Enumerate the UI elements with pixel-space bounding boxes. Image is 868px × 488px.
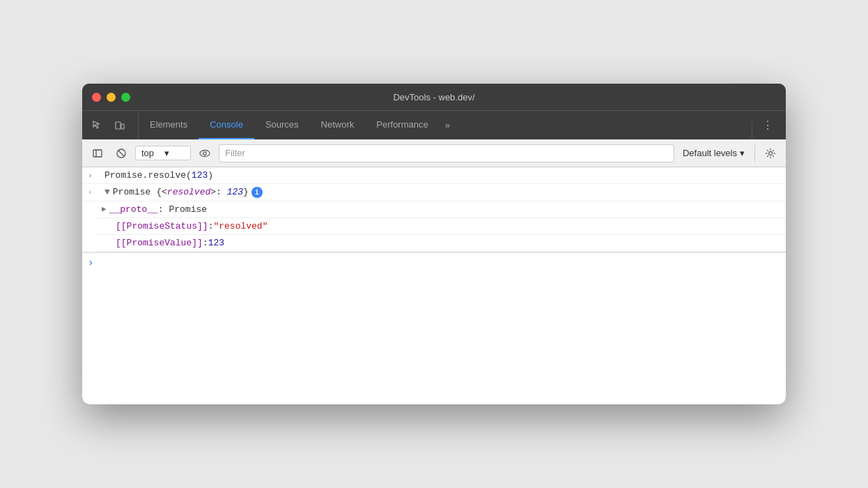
svg-point-6	[200, 150, 210, 156]
console-line-value: [[PromiseValue]] : 123	[96, 235, 786, 252]
maximize-button[interactable]	[121, 93, 130, 102]
console-toolbar: top ▾ Default levels ▾	[82, 139, 786, 167]
console-area: › Promise.resolve(123) ‹ ▼ Promise {<res…	[82, 167, 786, 404]
tab-network[interactable]: Network	[310, 111, 366, 139]
status-colon: :	[208, 221, 214, 231]
value-colon: :	[203, 238, 208, 248]
promise-label: Promise {<resolved>: 123}	[113, 187, 249, 197]
value-key: [[PromiseValue]]	[116, 238, 203, 248]
console-line-input: › Promise.resolve(123)	[82, 167, 786, 184]
context-selector[interactable]: top ▾	[135, 146, 191, 160]
devtools-menu-button[interactable]: ⋮	[755, 111, 780, 139]
console-repl-input[interactable]	[99, 258, 780, 268]
proto-expand-caret[interactable]: ▶	[102, 204, 107, 213]
svg-rect-0	[116, 122, 121, 129]
tab-divider	[752, 122, 752, 139]
collapse-toggle[interactable]: ▼	[104, 187, 110, 197]
context-value: top	[141, 148, 162, 158]
live-expressions-button[interactable]	[195, 144, 215, 163]
svg-rect-2	[93, 150, 102, 157]
levels-arrow: ▾	[740, 148, 745, 158]
inspect-icon[interactable]	[88, 116, 107, 135]
sidebar-toggle-button[interactable]	[88, 144, 107, 163]
prompt-caret: ›	[88, 257, 93, 268]
tab-elements[interactable]: Elements	[139, 111, 199, 139]
titlebar: DevTools - web.dev/	[82, 84, 786, 110]
console-input-line[interactable]: ›	[82, 252, 786, 273]
device-toggle-icon[interactable]	[110, 116, 130, 135]
tab-sources[interactable]: Sources	[254, 111, 310, 139]
clear-console-button[interactable]	[111, 144, 131, 163]
proto-colon: : Promise	[158, 204, 207, 215]
console-input-text: Promise.resolve(123)	[104, 170, 213, 181]
svg-line-5	[118, 151, 124, 156]
minimize-button[interactable]	[107, 93, 116, 102]
close-button[interactable]	[92, 93, 101, 102]
filter-input[interactable]	[219, 144, 674, 162]
tabbar: Elements Console Sources Network Perform…	[82, 110, 786, 139]
tab-performance[interactable]: Performance	[365, 111, 439, 139]
levels-label: Default levels	[683, 148, 737, 158]
tabs: Elements Console Sources Network Perform…	[139, 111, 749, 139]
context-arrow: ▾	[164, 148, 185, 158]
value-number: 123	[208, 238, 224, 248]
window-controls	[92, 93, 130, 102]
status-value: "resolved"	[213, 221, 268, 231]
status-key: [[PromiseStatus]]	[116, 221, 208, 231]
input-caret: ›	[88, 171, 99, 180]
svg-point-7	[203, 151, 206, 154]
toolbar-icons	[88, 111, 139, 139]
log-levels-button[interactable]: Default levels ▾	[679, 145, 749, 161]
window-title: DevTools - web.dev/	[393, 92, 474, 102]
tab-console[interactable]: Console	[199, 111, 254, 139]
console-line-proto: ▶ __proto__ : Promise	[96, 201, 786, 218]
output-caret: ‹	[88, 188, 99, 197]
console-line-promise: ‹ ▼ Promise {<resolved>: 123} i	[82, 184, 786, 201]
svg-point-8	[769, 151, 773, 155]
console-settings-button[interactable]	[761, 144, 780, 163]
proto-key: __proto__	[109, 204, 158, 215]
svg-rect-1	[121, 124, 124, 129]
console-line-status: [[PromiseStatus]] : "resolved"	[96, 218, 786, 235]
devtools-window: DevTools - web.dev/ Elements Console Sou…	[82, 84, 786, 404]
info-badge[interactable]: i	[251, 187, 263, 198]
more-tabs-button[interactable]: »	[440, 111, 456, 139]
toolbar-divider	[754, 145, 755, 162]
